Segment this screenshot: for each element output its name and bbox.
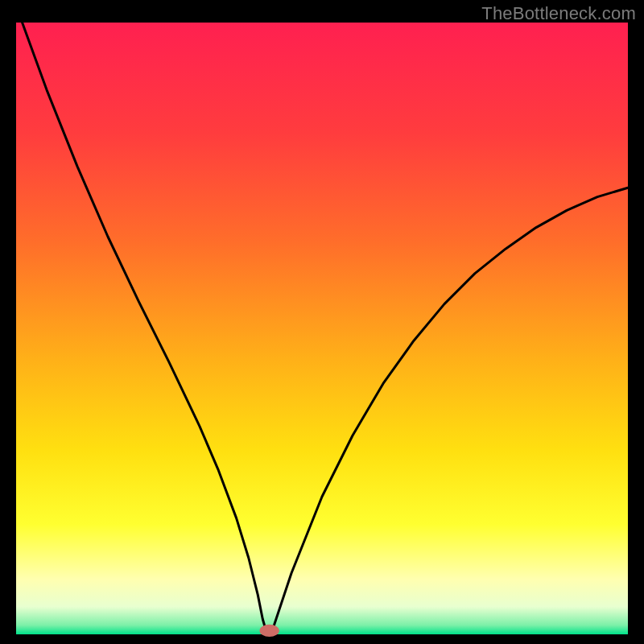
- watermark-text: TheBottleneck.com: [481, 3, 636, 24]
- bottleneck-chart: [0, 0, 644, 644]
- gradient-background: [16, 23, 628, 634]
- optimal-point-marker: [259, 625, 279, 637]
- chart-frame: TheBottleneck.com: [0, 0, 644, 644]
